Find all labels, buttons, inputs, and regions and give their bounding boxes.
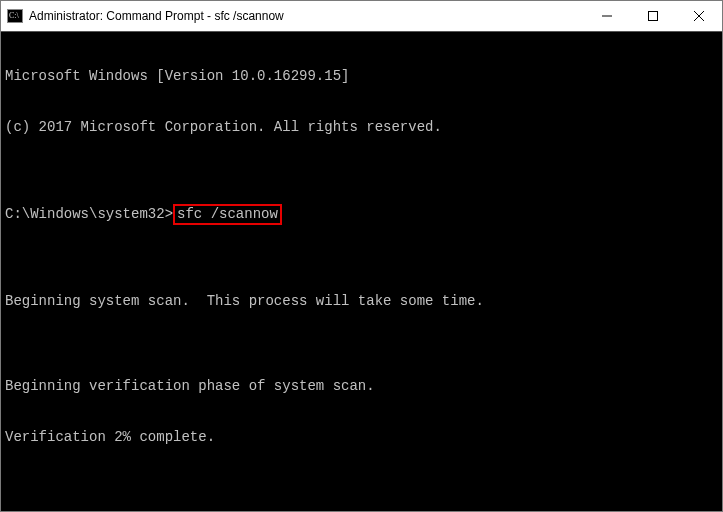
command-highlight: sfc /scannow: [173, 204, 282, 225]
svg-rect-3: [649, 12, 658, 21]
console-line: Verification 2% complete.: [5, 429, 718, 446]
prompt-line: C:\Windows\system32>sfc /scannow: [5, 204, 718, 225]
console-area[interactable]: Microsoft Windows [Version 10.0.16299.15…: [1, 31, 722, 511]
console-line: Beginning system scan. This process will…: [5, 293, 718, 310]
maximize-button[interactable]: [630, 1, 676, 31]
console-line: Microsoft Windows [Version 10.0.16299.15…: [5, 68, 718, 85]
titlebar[interactable]: C:\ Administrator: Command Prompt - sfc …: [1, 1, 722, 31]
console-line: (c) 2017 Microsoft Corporation. All righ…: [5, 119, 718, 136]
window: C:\ Administrator: Command Prompt - sfc …: [0, 0, 723, 512]
cmd-icon: C:\: [7, 9, 23, 23]
window-controls: [584, 1, 722, 31]
prompt-path: C:\Windows\system32>: [5, 206, 173, 223]
close-button[interactable]: [676, 1, 722, 31]
minimize-button[interactable]: [584, 1, 630, 31]
window-title: Administrator: Command Prompt - sfc /sca…: [29, 9, 584, 23]
svg-text:C:\: C:\: [9, 11, 20, 20]
console-line: Beginning verification phase of system s…: [5, 378, 718, 395]
